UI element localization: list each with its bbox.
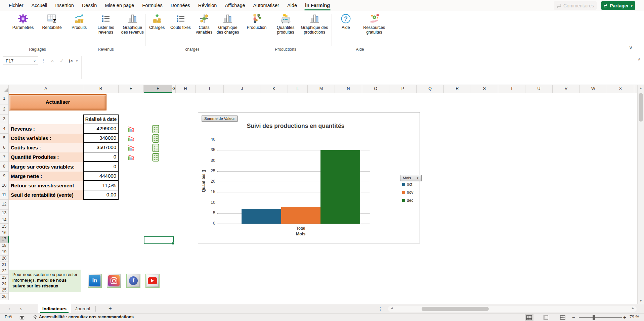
menu-tab-affichage[interactable]: Affichage: [221, 0, 249, 11]
row-header-17[interactable]: 17: [0, 236, 9, 243]
column-header-B[interactable]: B: [83, 85, 119, 93]
vertical-scroll-thumb[interactable]: [639, 93, 643, 122]
column-header-V[interactable]: V: [553, 85, 580, 93]
share-button[interactable]: Partager ∨: [601, 1, 635, 10]
menu-tab-in-farming[interactable]: in Farming: [301, 0, 334, 11]
row-header-14[interactable]: 14: [0, 217, 9, 224]
zoom-level[interactable]: 79 %: [630, 315, 639, 319]
actualiser-button[interactable]: Actualiser: [9, 94, 106, 110]
chart-bar-oct[interactable]: [242, 209, 281, 224]
table-row-value[interactable]: 0: [83, 152, 119, 162]
ribbon-button-coûts-variables[interactable]: Coûts variables: [193, 12, 216, 35]
table-row-value[interactable]: 3507000: [83, 142, 119, 152]
enter-icon[interactable]: ✓: [58, 56, 66, 65]
comments-button[interactable]: Commentaires: [554, 1, 597, 10]
mini-bar-chart-icon[interactable]: [127, 144, 136, 151]
row-header-8[interactable]: 8: [0, 162, 9, 172]
table-row-value[interactable]: 0: [83, 161, 119, 172]
row-header-25[interactable]: 25: [0, 287, 9, 294]
horizontal-scroll-thumb[interactable]: [422, 307, 489, 311]
sheet-nav-right-icon[interactable]: ›: [17, 304, 25, 314]
column-header-N[interactable]: N: [335, 85, 362, 93]
table-row-value[interactable]: 444000: [83, 171, 119, 181]
accessibility-status[interactable]: Accessibilité : consultez nos recommanda…: [39, 315, 134, 319]
legend-item-oct[interactable]: oct: [402, 182, 412, 187]
row-header-20[interactable]: 20: [0, 256, 9, 262]
green-checklist-icon[interactable]: [152, 143, 159, 152]
legend-item-nov[interactable]: nov: [402, 190, 413, 195]
chart[interactable]: Somme de Valeur Suivi des productions en…: [198, 112, 420, 243]
hscroll-left-icon[interactable]: ◄: [390, 306, 393, 310]
row-header-26[interactable]: 26: [0, 294, 9, 300]
name-box-chevron-icon[interactable]: ∨: [33, 57, 36, 65]
column-header-M[interactable]: M: [308, 85, 335, 93]
menu-tab-accueil[interactable]: Accueil: [28, 0, 51, 11]
column-header-R[interactable]: R: [444, 85, 471, 93]
formula-input[interactable]: [81, 56, 633, 79]
pivot-value-button[interactable]: Somme de Valeur: [202, 116, 238, 122]
column-header-U[interactable]: U: [525, 85, 553, 93]
row-header-7[interactable]: 7: [0, 152, 9, 162]
row-header-16[interactable]: 16: [0, 230, 9, 236]
tabs-kebab-icon[interactable]: ⋮: [378, 304, 383, 314]
menu-tab-automatiser[interactable]: Automatiser: [249, 0, 283, 11]
instagram-button[interactable]: [107, 274, 121, 288]
mini-bar-chart-icon[interactable]: [127, 125, 136, 133]
ribbon-button-lister-les-revenus[interactable]: Lister les revenus: [93, 12, 119, 35]
sheet-tab-journal[interactable]: Journal: [71, 304, 95, 314]
insert-function-icon[interactable]: fx: [67, 56, 75, 65]
menu-tab-formules[interactable]: Formules: [138, 0, 166, 11]
ribbon-button-graphique-des-charges[interactable]: Graphique des charges: [216, 12, 239, 35]
row-header-3[interactable]: 3: [0, 114, 9, 124]
formula-bar-collapse-icon[interactable]: ∧: [638, 57, 641, 61]
ribbon-collapse-icon[interactable]: ∨: [629, 45, 633, 51]
green-checklist-icon[interactable]: [152, 125, 159, 134]
column-header-P[interactable]: P: [389, 85, 417, 93]
menu-tab-fichier[interactable]: Fichier: [5, 0, 28, 11]
row-header-18[interactable]: 18: [0, 243, 9, 249]
column-header-T[interactable]: T: [498, 85, 525, 93]
column-header-L[interactable]: L: [288, 85, 308, 93]
mini-bar-chart-icon[interactable]: [127, 135, 136, 142]
row-header-9[interactable]: 9: [0, 172, 9, 181]
pivot-legend-button[interactable]: Mois ▼: [400, 175, 422, 181]
green-checklist-icon[interactable]: [152, 153, 159, 162]
cancel-icon[interactable]: ×: [48, 56, 56, 65]
chart-bar-déc[interactable]: [320, 150, 360, 224]
macro-record-icon[interactable]: [19, 315, 25, 321]
menu-tab-dessin[interactable]: Dessin: [78, 0, 101, 11]
linkedin-button[interactable]: in: [88, 274, 102, 288]
ribbon-button-ressources-gratuites[interactable]: Ressources gratuites: [360, 12, 388, 35]
selected-cell[interactable]: [144, 236, 174, 244]
green-checklist-icon[interactable]: [152, 134, 159, 143]
formula-kebab-icon[interactable]: ⋮: [41, 56, 46, 65]
row-header-6[interactable]: 6: [0, 143, 9, 152]
row-header-24[interactable]: 24: [0, 281, 9, 287]
page-break-view-icon[interactable]: [558, 314, 567, 321]
fill-handle[interactable]: [172, 242, 174, 245]
zoom-in-icon[interactable]: +: [623, 314, 626, 320]
ribbon-button-coûts-fixes[interactable]: Coûts fixes: [169, 12, 192, 30]
column-header-Q[interactable]: Q: [417, 85, 444, 93]
column-header-A[interactable]: A: [9, 85, 83, 93]
scroll-up-icon[interactable]: ▲: [638, 86, 644, 90]
add-sheet-button[interactable]: +: [106, 304, 115, 314]
sheet-grid[interactable]: ABEFGHIJKLMNOPQRSTUVWX 12345678910111213…: [0, 85, 637, 304]
vertical-scrollbar[interactable]: ▲ ▼: [637, 85, 644, 304]
table-row-value[interactable]: 348000: [83, 133, 119, 143]
row-header-15[interactable]: 15: [0, 224, 9, 230]
page-layout-view-icon[interactable]: [542, 314, 550, 321]
column-header-S[interactable]: S: [471, 85, 498, 93]
normal-view-icon[interactable]: [525, 314, 533, 321]
row-header-10[interactable]: 10: [0, 181, 9, 190]
column-header-E[interactable]: E: [119, 85, 144, 93]
row-header-1[interactable]: 1: [0, 93, 9, 104]
row-header-23[interactable]: 23: [0, 275, 9, 281]
column-header-K[interactable]: K: [260, 85, 288, 93]
ribbon-button-production[interactable]: Production: [243, 12, 271, 30]
column-header-H[interactable]: H: [176, 85, 196, 93]
row-header-2[interactable]: 2: [0, 104, 9, 114]
legend-item-déc[interactable]: déc: [402, 198, 413, 203]
chart-bar-nov[interactable]: [281, 207, 321, 224]
accessibility-icon[interactable]: [32, 315, 37, 321]
